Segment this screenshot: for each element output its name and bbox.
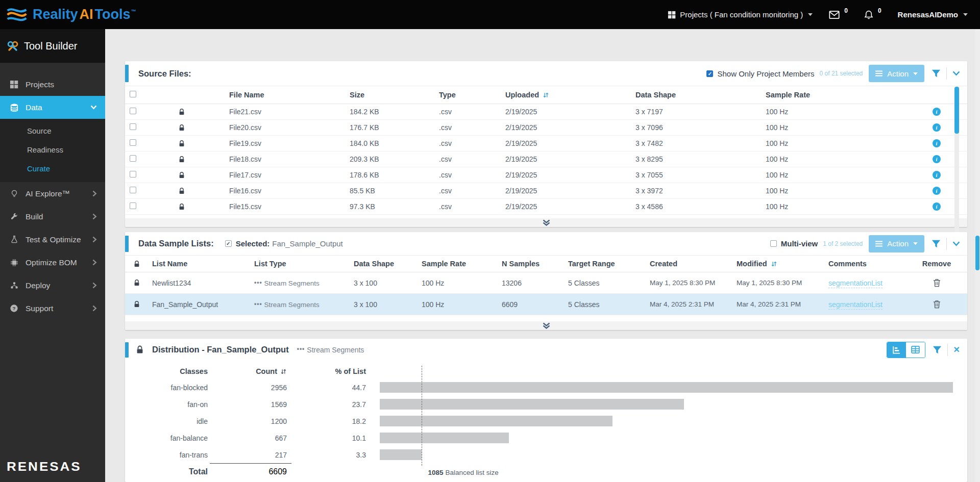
bell-icon [864, 10, 873, 20]
stream-segments-icon: ••• [254, 279, 262, 286]
notifications-button[interactable]: 0 [864, 10, 881, 20]
svg-text:i: i [936, 125, 938, 131]
table-view-button[interactable] [906, 342, 925, 358]
user-menu[interactable]: RenesasAIDemo [898, 10, 968, 19]
col-type: Type [439, 91, 505, 99]
sidebar-item-optimize-bom[interactable]: Optimize BOM [0, 251, 105, 274]
sidebar-item-deploy[interactable]: Deploy [0, 274, 105, 297]
double-chevron-down-icon [542, 322, 551, 329]
page-scrollbar-thumb[interactable] [975, 236, 979, 270]
svg-text:i: i [936, 172, 938, 178]
sidebar-item-build[interactable]: Build [0, 205, 105, 228]
row-checkbox[interactable] [130, 202, 136, 209]
caret-down-icon [913, 242, 918, 245]
row-checkbox[interactable] [130, 108, 136, 114]
lock-icon [136, 345, 144, 354]
distribution-row: fan-on156923.7 [125, 396, 967, 413]
col-data-shape: Data Shape [635, 91, 766, 99]
collapse-panel-chevron[interactable] [952, 241, 960, 246]
lightbulb-icon [9, 189, 19, 198]
select-all-checkbox[interactable] [130, 91, 136, 97]
col-created: Created [646, 260, 732, 268]
col-data-shape: Data Shape [350, 260, 418, 268]
caret-down-icon [963, 13, 968, 16]
action-button[interactable]: Action [869, 65, 924, 82]
table-scrollbar-thumb[interactable] [954, 87, 959, 134]
row-checkbox[interactable] [130, 171, 136, 177]
sum-divider-line [210, 463, 291, 464]
source-files-header: Source Files: Show Only Project Members … [125, 61, 967, 86]
source-file-row: File15.csv97.3 KB.csv2/19/20253 x 458610… [125, 199, 967, 215]
sidebar-item-data[interactable]: Data [0, 96, 105, 119]
sidebar-item-readiness[interactable]: Readiness [0, 140, 105, 159]
projects-menu-label: Projects ( Fan condition monitoring ) [680, 10, 803, 19]
row-checkbox[interactable] [130, 155, 136, 162]
row-checkbox[interactable] [130, 139, 136, 146]
info-icon[interactable]: i [933, 202, 941, 211]
svg-text:i: i [936, 204, 938, 210]
show-only-project-members-checkbox[interactable] [706, 70, 713, 77]
sidebar-item-support[interactable]: ? Support [0, 297, 105, 320]
source-file-row: File16.csv85.5 KB.csv2/19/20253 x 397210… [125, 183, 967, 199]
sample-list-row-selected[interactable]: Fan_Sample_Output •••Stream Segments 3 x… [125, 294, 967, 315]
info-icon[interactable]: i [933, 139, 941, 147]
reality-ai-logo-icon [6, 5, 28, 25]
info-icon[interactable]: i [933, 187, 941, 195]
comments-link[interactable]: segmentationList [828, 279, 883, 288]
source-files-panel: Source Files: Show Only Project Members … [125, 61, 967, 227]
sort-icon[interactable] [771, 261, 777, 267]
renesas-logo[interactable]: RENESAS [7, 460, 82, 474]
lock-icon [178, 156, 227, 163]
sort-icon[interactable] [280, 368, 287, 375]
filter-icon[interactable] [932, 69, 941, 78]
expand-source-files-button[interactable] [125, 218, 967, 227]
row-checkbox[interactable] [130, 187, 136, 193]
trash-icon[interactable] [933, 300, 941, 309]
filter-icon[interactable] [932, 239, 941, 248]
bar-chart-view-button[interactable] [887, 342, 906, 358]
projects-menu[interactable]: Projects ( Fan condition monitoring ) [668, 10, 813, 19]
lock-icon [133, 279, 148, 287]
wrench-icon [9, 213, 19, 221]
caret-down-icon [913, 72, 918, 75]
sidebar-item-curate[interactable]: Curate [0, 159, 105, 178]
info-icon[interactable]: i [933, 171, 941, 179]
close-icon[interactable] [953, 345, 960, 354]
col-pct-of-list: % of List [291, 367, 370, 375]
multi-view-checkbox[interactable] [770, 240, 777, 247]
sidebar-item-source[interactable]: Source [0, 121, 105, 140]
info-icon[interactable]: i [933, 155, 941, 163]
collapse-panel-chevron[interactable] [952, 71, 960, 76]
expand-data-sample-lists-button[interactable] [125, 321, 967, 330]
filter-icon[interactable] [933, 345, 942, 354]
sort-icon[interactable] [543, 92, 549, 98]
hamburger-icon [875, 70, 883, 77]
multi-view-label: Multi-view [781, 239, 818, 248]
comments-link[interactable]: segmentationList [828, 300, 883, 310]
sidebar-item-ai-explore[interactable]: AI Explore™ [0, 182, 105, 205]
sidebar-item-projects[interactable]: Projects [0, 73, 105, 96]
sample-list-row[interactable]: Newlist1234 •••Stream Segments 3 x 100 1… [125, 272, 967, 294]
sidebar-item-test-optimize[interactable]: Test & Optimize [0, 228, 105, 251]
brand-title: RealityAITools™ [33, 7, 136, 22]
chevron-right-icon [92, 259, 97, 266]
messages-button[interactable]: 0 [829, 10, 848, 19]
lock-icon [178, 171, 227, 179]
sidebar: Tool Builder Projects Data Source Readin… [0, 29, 105, 482]
balanced-size-line [422, 366, 422, 466]
distribution-row: fan-blocked295644.7 [125, 379, 967, 396]
mail-icon [829, 10, 840, 19]
page-scrollbar-track[interactable] [975, 29, 980, 482]
lock-icon [178, 203, 227, 211]
lock-icon [178, 108, 227, 116]
trash-icon[interactable] [933, 278, 941, 287]
selected-checkbox[interactable] [225, 240, 232, 247]
row-checkbox[interactable] [130, 123, 136, 130]
accent-bar [125, 236, 129, 252]
col-sample-rate: Sample Rate [418, 260, 498, 268]
action-button[interactable]: Action [869, 235, 924, 252]
divider [946, 67, 947, 80]
brand-logo[interactable]: RealityAITools™ [6, 5, 136, 25]
info-icon[interactable]: i [933, 123, 941, 132]
info-icon[interactable]: i [933, 108, 941, 116]
